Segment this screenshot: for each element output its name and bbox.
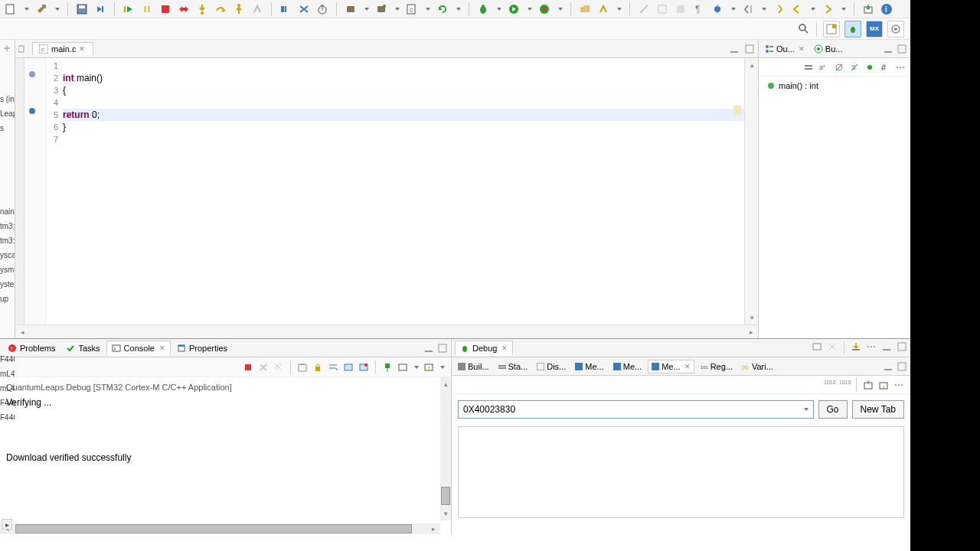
dropdown-icon[interactable] [55,8,60,11]
view-menu-icon[interactable] [893,380,904,390]
close-icon[interactable]: ✕ [79,45,87,53]
collapse-all-icon[interactable] [803,62,814,73]
dropdown-icon[interactable] [558,8,563,11]
view-menu-icon[interactable] [866,341,877,352]
run-icon[interactable] [508,3,520,15]
dropdown-icon[interactable] [414,366,419,369]
memory-hex-view[interactable] [458,426,904,518]
subtab-variables[interactable]: (x)Vari... [739,360,776,373]
subtab-disassembly[interactable]: Dis... [534,360,569,373]
marker-gutter[interactable] [24,58,46,324]
subtab-memory1[interactable]: Me... [572,360,606,373]
toggle-icon[interactable] [656,3,668,15]
restore-view-icon[interactable] [18,43,24,55]
remove-all-icon[interactable] [273,362,284,373]
dropdown-icon[interactable] [528,8,532,11]
memory-format2-icon[interactable]: 1010 [839,380,850,390]
suspend-icon[interactable] [141,3,153,15]
external-tools-icon[interactable] [538,3,550,15]
breakpoint-toggle-icon[interactable] [711,3,724,15]
maximize-icon[interactable] [437,343,448,354]
folder-icon[interactable] [579,3,591,15]
nav-next-annotation-icon[interactable] [773,3,785,15]
dropdown-icon[interactable] [24,8,29,11]
nav-prev-annotation-icon[interactable] [742,3,754,15]
close-icon[interactable]: ✕ [501,344,508,352]
terminate-icon[interactable] [159,3,172,15]
back-icon[interactable] [791,3,803,15]
display-console-icon[interactable] [397,362,408,373]
minimize-icon[interactable] [423,343,434,354]
dropdown-icon[interactable] [395,8,400,11]
maximize-icon[interactable] [897,341,907,352]
close-icon[interactable]: ✕ [684,363,691,370]
console-scrollbar-vertical[interactable]: ▴ ▾ [440,377,451,520]
dropdown-icon[interactable] [617,8,622,11]
new-icon[interactable] [5,3,17,15]
hammer-icon[interactable] [35,3,47,15]
step-return-icon[interactable] [233,3,245,15]
tab-properties[interactable]: Properties [172,341,232,355]
tab-tasks[interactable]: Tasks [61,341,104,355]
save-icon[interactable] [76,3,88,15]
dropdown-icon[interactable] [731,8,736,11]
hide-static-icon[interactable]: S [849,62,860,73]
build-targets-tab[interactable]: Bu... [811,43,846,55]
subtab-memory-active[interactable]: Me...✕ [648,360,694,373]
open-perspective-icon[interactable] [823,21,840,37]
remove-launch-icon[interactable] [258,362,269,373]
dropdown-icon[interactable] [426,8,430,11]
fold-marker-icon[interactable] [29,71,35,77]
step-filters-icon[interactable] [851,341,861,352]
go-button[interactable]: Go [818,400,848,419]
minimize-icon[interactable] [883,44,893,54]
show-on-stdout-icon[interactable] [343,362,354,373]
dropdown-icon[interactable] [804,408,808,411]
debug-toolbar-icon2[interactable] [827,341,838,352]
link-editor-icon[interactable] [2,43,12,54]
timer-icon[interactable] [316,3,328,15]
hash-icon[interactable]: # [880,62,890,73]
maximize-icon[interactable] [744,44,755,54]
clear-console-icon[interactable] [297,362,308,373]
wand-icon[interactable] [638,3,650,15]
step-over-icon[interactable] [214,3,227,15]
expand-explorer-icon[interactable]: ▸ [2,519,12,530]
breakpoint-marker-icon[interactable] [29,108,35,114]
sort-icon[interactable]: aᶻ [818,62,829,73]
subtab-registers[interactable]: 1010Reg... [697,360,736,373]
pin-icon[interactable] [675,3,687,15]
import-icon[interactable] [862,3,874,15]
scroll-lock-icon[interactable] [312,362,323,373]
code-area[interactable]: int main() { return 0; } [63,58,744,324]
show-on-stderr-icon[interactable] [358,362,369,373]
dropdown-icon[interactable] [811,8,815,11]
close-icon[interactable]: ✕ [799,45,805,53]
hide-nonpublic-icon[interactable] [864,62,875,73]
perspective-mx-icon[interactable]: MX [866,21,883,37]
perspective-debug-icon[interactable] [844,21,861,37]
hide-fields-icon[interactable] [834,62,844,73]
tab-console[interactable]: Console ✕ [106,341,171,356]
dropdown-icon[interactable] [364,8,369,11]
dropdown-icon[interactable] [440,366,445,369]
minimize-icon[interactable] [883,361,893,372]
close-icon[interactable]: ✕ [159,344,165,352]
editor-body[interactable]: 1 2 3 4 5 6 7 int main() { return 0; } ▴ [15,58,758,324]
resume-icon[interactable] [122,3,135,15]
dropdown-icon[interactable] [456,8,461,11]
bug-icon[interactable] [477,3,489,15]
console-output[interactable]: QuantumLeaps Debug [STM32 Cortex-M C/C++… [0,377,451,534]
memory-address-input[interactable]: 0X40023830 [458,400,814,419]
search-icon[interactable] [798,23,810,35]
forward-icon[interactable] [822,3,834,15]
dropdown-icon[interactable] [497,8,501,11]
refresh-icon[interactable] [436,3,449,15]
launch-icon[interactable] [345,3,357,15]
dropdown-icon[interactable] [762,8,766,11]
debug-toolbar-icon[interactable] [812,341,822,352]
export-memory-icon[interactable] [878,380,889,390]
launch2-icon[interactable] [375,3,387,15]
word-wrap-icon[interactable] [328,362,338,373]
reset-icon[interactable] [298,3,310,15]
